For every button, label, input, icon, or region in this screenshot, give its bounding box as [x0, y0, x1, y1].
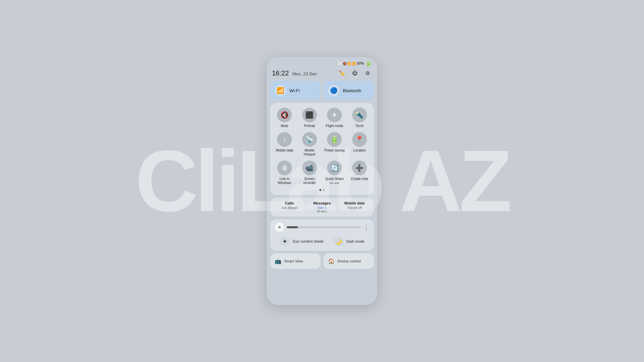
- create-note-icon: ➕: [352, 161, 367, 175]
- wifi-tile[interactable]: 📶 Wi-Fi: [270, 81, 321, 100]
- phone-screen: ⬜ 🔕 📶 📶 97% 🔋 16:22 Mon, 23 Dec ✏️ ⏻ ⚙ 📶…: [267, 57, 377, 305]
- grid-row-1: 🔇 Mute ⬛ Portrait ✈ Flight mode 🔦 Torch: [272, 106, 372, 129]
- comfort-row: ☀ Eye comfort shield 🌙 Dark mode: [275, 236, 369, 247]
- calls-item[interactable]: Calls Ask always: [273, 201, 306, 209]
- battery-icon: 🔋: [365, 60, 372, 67]
- eye-comfort-shield-button[interactable]: ☀ Eye comfort shield: [279, 236, 323, 247]
- brightness-section: ☀ ⋮ ☀ Eye comfort shield 🌙 Dark mode: [270, 219, 374, 251]
- mobile-hotspot-label: Mobile Hotspot: [299, 148, 320, 157]
- wifi-icon: 📶: [275, 85, 286, 96]
- quick-share-label: Quick ShareNo one: [325, 177, 344, 185]
- brightness-fill: [287, 226, 298, 228]
- torch-tile[interactable]: 🔦 Torch: [348, 106, 371, 129]
- time-display: 16:22: [272, 69, 289, 77]
- bluetooth-label: Bluetooth: [343, 88, 361, 93]
- quick-share-tile[interactable]: 🔄 Quick ShareNo one: [323, 159, 346, 186]
- create-note-label: Create note: [351, 177, 368, 181]
- screen-recorder-label: Screen recorder: [299, 177, 320, 185]
- battery-indicator: 97%: [357, 62, 364, 65]
- brightness-sun-icon: ☀: [275, 223, 284, 232]
- screen-recorder-icon: 📹: [302, 161, 317, 175]
- mobile-data-icon: ↕: [277, 132, 292, 147]
- link-to-windows-label: Link to Windows: [274, 177, 295, 185]
- mobile-hotspot-tile[interactable]: 📡 Mobile Hotspot: [298, 131, 321, 158]
- messages-item[interactable]: Messages SIM 1 IR-MCI: [306, 201, 338, 213]
- eye-comfort-label: Eye comfort shield: [293, 239, 323, 243]
- smart-view-tile[interactable]: 📺 Smart View: [270, 253, 321, 269]
- brightness-track[interactable]: [287, 226, 361, 228]
- location-label: Location: [353, 148, 366, 153]
- flight-mode-icon: ✈: [327, 108, 342, 122]
- status-icons: ⬜ 🔕 📶 📶: [338, 62, 356, 65]
- device-control-label: Device control: [337, 259, 361, 263]
- mobile-data-item[interactable]: Mobile data Turned off: [338, 201, 371, 209]
- dot-1: [319, 189, 321, 191]
- mobile-data-conn-sub: Turned off: [347, 206, 362, 209]
- screen-recorder-tile[interactable]: 📹 Screen recorder: [298, 159, 321, 186]
- mobile-data-conn-label: Mobile data: [344, 201, 365, 205]
- smart-view-label: Smart View: [284, 259, 303, 263]
- bottom-tiles: 📺 Smart View 🏠 Device control: [267, 253, 377, 269]
- signal2-icon: 📶: [352, 62, 356, 65]
- dark-mode-label: Dark mode: [346, 239, 365, 243]
- flight-mode-tile[interactable]: ✈ Flight mode: [323, 106, 346, 129]
- mobile-data-label: Mobile data: [276, 148, 293, 153]
- bluetooth-tile[interactable]: 🔵 Bluetooth: [323, 81, 374, 100]
- link-to-windows-icon: 🖥: [277, 161, 292, 175]
- power-saving-label: Power saving: [324, 148, 344, 153]
- quick-share-icon: 🔄: [327, 161, 342, 175]
- dark-mode-button[interactable]: 🌙 Dark mode: [333, 236, 365, 247]
- power-saving-icon: 🔋: [327, 132, 342, 147]
- mobile-data-tile[interactable]: ↕ Mobile data: [273, 131, 296, 158]
- location-icon: 📍: [352, 132, 367, 147]
- settings-button[interactable]: ⚙: [363, 69, 372, 77]
- header-actions: ✏️ ⏻ ⚙: [338, 69, 372, 77]
- smart-view-icon: 📺: [275, 258, 281, 264]
- grid-row-2: ↕ Mobile data 📡 Mobile Hotspot 🔋 Power s…: [272, 131, 372, 158]
- messages-label: Messages: [313, 201, 331, 205]
- location-tile[interactable]: 📍 Location: [348, 131, 371, 158]
- power-saving-tile[interactable]: 🔋 Power saving: [323, 131, 346, 158]
- dot-2: [323, 189, 325, 191]
- bluetooth-icon: 🔵: [328, 85, 339, 96]
- torch-label: Torch: [356, 124, 364, 128]
- portrait-label: Portrait: [304, 124, 315, 128]
- grid-section: 🔇 Mute ⬛ Portrait ✈ Flight mode 🔦 Torch …: [270, 103, 374, 195]
- calls-label: Calls: [285, 201, 294, 205]
- device-control-icon: 🏠: [328, 258, 335, 264]
- mute-tile[interactable]: 🔇 Mute: [273, 106, 296, 129]
- device-control-tile[interactable]: 🏠 Device control: [323, 253, 374, 269]
- signal-icon: 📶: [347, 62, 351, 65]
- edit-button[interactable]: ✏️: [338, 69, 346, 77]
- calls-sub: Ask always: [281, 206, 298, 209]
- datetime-display: 16:22 Mon, 23 Dec: [272, 69, 317, 77]
- flight-mode-label: Flight mode: [326, 124, 343, 128]
- connectivity-section: Calls Ask always Messages SIM 1 IR-MCI M…: [270, 198, 374, 217]
- create-note-tile[interactable]: ➕ Create note: [348, 159, 371, 186]
- portrait-tile[interactable]: ⬛ Portrait: [298, 106, 321, 129]
- messages-sub2: IR-MCI: [317, 209, 327, 213]
- date-display: Mon, 23 Dec: [292, 71, 317, 76]
- power-button[interactable]: ⏻: [351, 69, 359, 77]
- quick-tiles-top: 📶 Wi-Fi 🔵 Bluetooth: [267, 81, 377, 103]
- brightness-more-button[interactable]: ⋮: [363, 224, 369, 231]
- brightness-slider-row: ☀ ⋮: [275, 223, 369, 232]
- mobile-hotspot-icon: 📡: [302, 132, 317, 147]
- mute-label: Mute: [281, 124, 288, 128]
- nfc-icon: ⬜: [338, 62, 342, 65]
- page-dots: [272, 188, 372, 193]
- header-row: 16:22 Mon, 23 Dec ✏️ ⏻ ⚙: [267, 68, 377, 81]
- grid-row-3: 🖥 Link to Windows 📹 Screen recorder 🔄 Qu…: [272, 159, 372, 186]
- wifi-label: Wi-Fi: [289, 88, 300, 93]
- eye-comfort-icon: ☀: [279, 236, 290, 247]
- status-bar: ⬜ 🔕 📶 📶 97% 🔋: [267, 57, 377, 68]
- dark-mode-icon: 🌙: [333, 236, 344, 247]
- portrait-icon: ⬛: [302, 108, 317, 122]
- link-to-windows-tile[interactable]: 🖥 Link to Windows: [273, 159, 296, 186]
- torch-icon: 🔦: [352, 108, 367, 122]
- mute-icon: 🔇: [277, 108, 292, 122]
- silent-icon: 🔕: [343, 62, 346, 65]
- messages-sub1: SIM 1: [318, 206, 326, 209]
